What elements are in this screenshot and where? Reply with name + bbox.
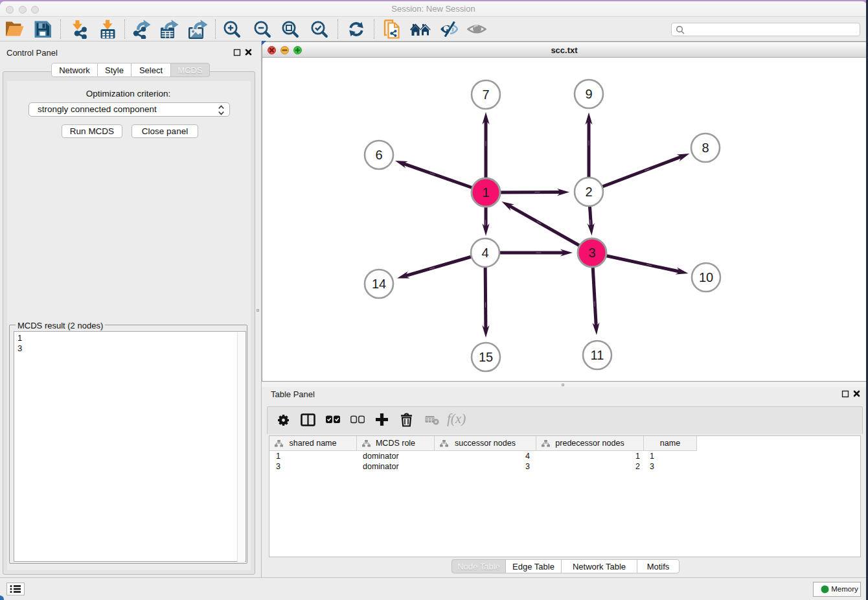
svg-text:14: 14 [372, 277, 386, 291]
svg-text:6: 6 [375, 148, 382, 162]
svg-text:9: 9 [585, 87, 592, 101]
svg-text:7: 7 [482, 87, 489, 102]
svg-text:8: 8 [702, 141, 709, 155]
svg-text:10: 10 [699, 270, 713, 284]
svg-text:2: 2 [585, 185, 592, 199]
svg-text:11: 11 [591, 348, 604, 362]
svg-text:1: 1 [482, 185, 489, 200]
svg-text:3: 3 [588, 246, 595, 260]
svg-text:15: 15 [479, 350, 493, 364]
svg-text:4: 4 [481, 246, 488, 260]
